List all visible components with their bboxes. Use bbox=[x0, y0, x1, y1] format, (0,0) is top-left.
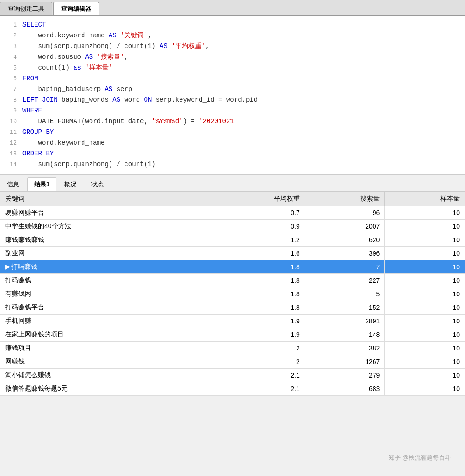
line-number: 1 bbox=[4, 20, 17, 30]
col-avg-weight: 平均权重 bbox=[207, 192, 305, 206]
tab-info[interactable]: 信息 bbox=[0, 177, 26, 191]
cell-sample: 10 bbox=[385, 206, 465, 220]
tab-query-editor[interactable]: 查询编辑器 bbox=[53, 2, 99, 15]
code-text: SELECT bbox=[22, 20, 46, 30]
code-text: LEFT JOIN baping_words AS word ON serp.k… bbox=[22, 95, 257, 105]
code-text: WHERE bbox=[22, 105, 42, 116]
cell-keyword: ▶打吗赚钱 bbox=[0, 260, 207, 274]
line-number: 5 bbox=[4, 63, 17, 73]
table-body: 易赚网赚平台0.79610中学生赚钱的40个方法0.9200710赚钱赚钱赚钱1… bbox=[0, 206, 465, 396]
cell-sample: 10 bbox=[385, 342, 465, 355]
table-row[interactable]: 中学生赚钱的40个方法0.9200710 bbox=[0, 220, 465, 233]
cell-search-vol: 152 bbox=[305, 301, 385, 315]
cell-search-vol: 7 bbox=[305, 260, 385, 274]
cell-sample: 10 bbox=[385, 220, 465, 233]
code-line: 2 word.keyword_name AS '关键词', bbox=[0, 30, 465, 41]
code-line: 9WHERE bbox=[0, 105, 465, 116]
cell-search-vol: 5 bbox=[305, 287, 385, 301]
code-text: ORDER BY bbox=[22, 148, 54, 159]
code-line: 5 count(1) as '样本量' bbox=[0, 63, 465, 73]
table-row[interactable]: 淘小铺怎么赚钱2.127910 bbox=[0, 369, 465, 382]
code-text: baping_baiduserp AS serp bbox=[22, 84, 132, 94]
cell-search-vol: 620 bbox=[305, 233, 385, 247]
table-row[interactable]: 副业网1.639610 bbox=[0, 247, 465, 260]
cell-search-vol: 96 bbox=[305, 206, 385, 220]
cell-sample: 10 bbox=[385, 355, 465, 369]
code-line: 3 sum(serp.quanzhong) / count(1) AS '平均权… bbox=[0, 41, 465, 52]
table-row[interactable]: 在家上网赚钱的项目1.914810 bbox=[0, 328, 465, 342]
tab-overview[interactable]: 概况 bbox=[57, 177, 83, 191]
table-row[interactable]: 赚钱项目238210 bbox=[0, 342, 465, 355]
cell-keyword: 赚钱赚钱赚钱 bbox=[0, 233, 207, 247]
cell-search-vol: 1267 bbox=[305, 355, 385, 369]
cell-avg-weight: 2.1 bbox=[207, 369, 305, 382]
line-number: 11 bbox=[4, 127, 17, 138]
cell-keyword: 打码赚钱平台 bbox=[0, 301, 207, 315]
code-text: sum(serp.quanzhong) / count(1) AS '平均权重'… bbox=[22, 41, 209, 51]
result-table: 关键词 平均权重 搜索量 样本量 易赚网赚平台0.79610中学生赚钱的40个方… bbox=[0, 191, 465, 396]
cell-sample: 10 bbox=[385, 247, 465, 260]
result-tab-bar: 信息 结果1 概况 状态 bbox=[0, 175, 465, 191]
cell-search-vol: 279 bbox=[305, 369, 385, 382]
cell-keyword: 微信答题赚钱每题5元 bbox=[0, 382, 207, 396]
cell-keyword: 易赚网赚平台 bbox=[0, 206, 207, 220]
table-row[interactable]: 有赚钱网1.8510 bbox=[0, 287, 465, 301]
cell-sample: 10 bbox=[385, 233, 465, 247]
line-number: 6 bbox=[4, 74, 17, 84]
cell-avg-weight: 1.9 bbox=[207, 328, 305, 342]
cell-keyword: 网赚钱 bbox=[0, 355, 207, 369]
row-indicator: ▶ bbox=[5, 263, 10, 270]
result-table-wrapper: 关键词 平均权重 搜索量 样本量 易赚网赚平台0.79610中学生赚钱的40个方… bbox=[0, 191, 465, 396]
tab-result1[interactable]: 结果1 bbox=[27, 177, 56, 191]
cell-keyword: 淘小铺怎么赚钱 bbox=[0, 369, 207, 382]
line-number: 9 bbox=[4, 106, 17, 116]
code-text: sum(serp.quanzhong) / count(1) bbox=[22, 159, 156, 169]
table-row[interactable]: 打码赚钱1.822710 bbox=[0, 274, 465, 287]
line-number: 10 bbox=[4, 117, 17, 127]
cell-sample: 10 bbox=[385, 274, 465, 287]
cell-search-vol: 2891 bbox=[305, 315, 385, 328]
line-number: 7 bbox=[4, 84, 17, 95]
tab-status[interactable]: 状态 bbox=[84, 177, 111, 191]
col-keyword: 关键词 bbox=[0, 192, 207, 206]
cell-sample: 10 bbox=[385, 328, 465, 342]
code-line: 8LEFT JOIN baping_words AS word ON serp.… bbox=[0, 95, 465, 105]
code-line: 13ORDER BY bbox=[0, 148, 465, 159]
code-line: 14 sum(serp.quanzhong) / count(1) bbox=[0, 159, 465, 170]
tab-query-builder[interactable]: 查询创建工具 bbox=[0, 2, 52, 15]
code-line: 6FROM bbox=[0, 73, 465, 84]
cell-sample: 10 bbox=[385, 315, 465, 328]
code-line: 12 word.keyword_name bbox=[0, 138, 465, 148]
col-search-vol: 搜索量 bbox=[305, 192, 385, 206]
code-line: 11GROUP BY bbox=[0, 127, 465, 138]
code-text: word.keyword_name AS '关键词', bbox=[22, 30, 152, 41]
cell-keyword: 手机网赚 bbox=[0, 315, 207, 328]
cell-search-vol: 396 bbox=[305, 247, 385, 260]
code-editor[interactable]: 1SELECT2 word.keyword_name AS '关键词',3 su… bbox=[0, 16, 465, 175]
table-row[interactable]: 微信答题赚钱每题5元2.168310 bbox=[0, 382, 465, 396]
table-row[interactable]: 网赚钱2126710 bbox=[0, 355, 465, 369]
top-tab-bar: 查询创建工具 查询编辑器 bbox=[0, 0, 465, 16]
line-number: 3 bbox=[4, 42, 17, 52]
table-row[interactable]: ▶打吗赚钱1.8710 bbox=[0, 260, 465, 274]
line-number: 13 bbox=[4, 149, 17, 159]
cell-search-vol: 382 bbox=[305, 342, 385, 355]
line-number: 8 bbox=[4, 95, 17, 105]
code-line: 10 DATE_FORMAT(word.input_date, '%Y%m%d'… bbox=[0, 116, 465, 127]
cell-avg-weight: 1.9 bbox=[207, 315, 305, 328]
table-row[interactable]: 手机网赚1.9289110 bbox=[0, 315, 465, 328]
cell-search-vol: 227 bbox=[305, 274, 385, 287]
code-text: word.sousuo AS '搜索量', bbox=[22, 52, 128, 62]
table-row[interactable]: 打码赚钱平台1.815210 bbox=[0, 301, 465, 315]
table-row[interactable]: 易赚网赚平台0.79610 bbox=[0, 206, 465, 220]
cell-avg-weight: 1.8 bbox=[207, 301, 305, 315]
line-number: 14 bbox=[4, 160, 17, 170]
cell-sample: 10 bbox=[385, 369, 465, 382]
line-number: 4 bbox=[4, 52, 17, 63]
code-text: GROUP BY bbox=[22, 127, 54, 137]
code-line: 7 baping_baiduserp AS serp bbox=[0, 84, 465, 95]
table-row[interactable]: 赚钱赚钱赚钱1.262010 bbox=[0, 233, 465, 247]
cell-keyword: 中学生赚钱的40个方法 bbox=[0, 220, 207, 233]
cell-keyword: 打码赚钱 bbox=[0, 274, 207, 287]
cell-avg-weight: 1.8 bbox=[207, 287, 305, 301]
